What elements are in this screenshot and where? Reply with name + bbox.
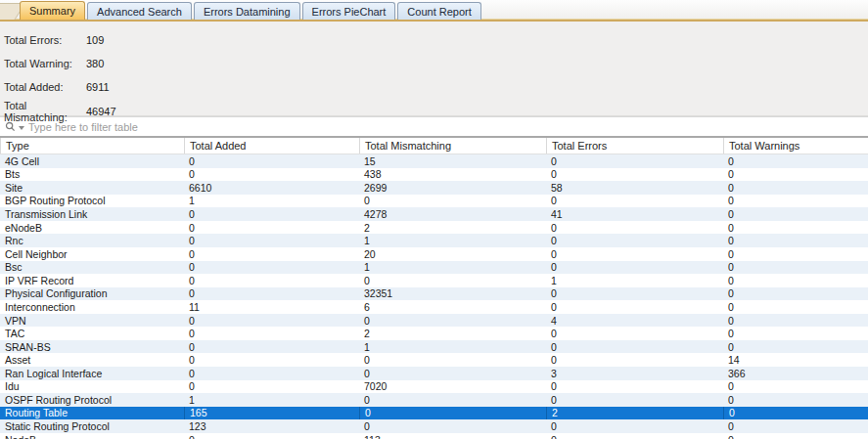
- cell-total-added: 0: [184, 433, 359, 439]
- column-header[interactable]: Total Mismatching: [359, 138, 546, 154]
- cell-total-errors: 4: [546, 314, 723, 328]
- column-header[interactable]: Total Added: [184, 138, 359, 154]
- filter-input[interactable]: [28, 119, 868, 135]
- cell-total-warnings: 0: [723, 380, 868, 394]
- tab[interactable]: Advanced Search: [87, 2, 192, 20]
- cell-total-warnings: 0: [723, 195, 868, 208]
- table-row[interactable]: Site 6610 2699 58 0: [0, 181, 868, 195]
- cell-total-mismatching: 0: [359, 367, 546, 380]
- summary-value: 380: [86, 58, 104, 69]
- cell-total-warnings: 0: [723, 419, 868, 433]
- column-header[interactable]: Type: [0, 138, 184, 154]
- tab-label: Count Report: [407, 6, 471, 18]
- table-row[interactable]: 4G Cell 0 15 0 0: [0, 154, 868, 168]
- cell-total-warnings: 0: [723, 207, 868, 221]
- tab[interactable]: Summary: [20, 1, 85, 20]
- table-row[interactable]: SRAN-BS 0 1 0 0: [0, 340, 868, 354]
- cell-total-added: 0: [184, 221, 359, 235]
- cell-total-added: 0: [184, 380, 359, 394]
- tab[interactable]: Count Report: [397, 2, 480, 20]
- table-row[interactable]: Routing Table 165 0 2 0: [0, 407, 868, 420]
- cell-total-added: 123: [184, 419, 359, 433]
- table-row[interactable]: IP VRF Record 0 0 1 0: [0, 274, 868, 287]
- cell-total-warnings: 0: [723, 314, 868, 328]
- tab-label: Summary: [29, 5, 75, 17]
- table-row[interactable]: NodeB 0 113 0 0: [0, 433, 868, 439]
- table-row[interactable]: eNodeB 0 2 0 0: [0, 221, 868, 235]
- cell-total-mismatching: 113: [359, 433, 546, 439]
- cell-total-added: 0: [184, 274, 359, 287]
- cell-total-warnings: 0: [723, 340, 868, 354]
- cell-total-mismatching: 0: [359, 314, 546, 328]
- cell-total-mismatching: 1: [359, 261, 546, 275]
- results-table: Type Total Added Total Mismatching Total…: [0, 136, 868, 420]
- cell-type: Transmission Link: [0, 207, 184, 221]
- cell-total-mismatching: 0: [359, 419, 546, 433]
- table-row[interactable]: Cell Neighbor 0 20 0 0: [0, 247, 868, 261]
- cell-type: OSPF Routing Protocol: [0, 393, 184, 407]
- table-row[interactable]: Bts 0 438 0 0: [0, 168, 868, 182]
- cell-total-mismatching: 1: [359, 234, 546, 247]
- table-row[interactable]: Rnc 0 1 0 0: [0, 234, 868, 247]
- tab-bar: Summary Advanced Search Errors Dataminin…: [0, 0, 868, 22]
- table-row[interactable]: Asset 0 0 0 14: [0, 353, 868, 367]
- table-row[interactable]: VPN 0 0 4 0: [0, 314, 868, 328]
- table-row[interactable]: TAC 0 2 0 0: [0, 327, 868, 340]
- cell-total-mismatching: 438: [359, 168, 546, 182]
- column-header[interactable]: Total Warnings: [723, 138, 868, 154]
- cell-type: SRAN-BS: [0, 340, 184, 354]
- column-header[interactable]: Total Errors: [546, 138, 723, 154]
- cell-total-errors: 0: [546, 154, 723, 168]
- cell-total-added: 0: [184, 353, 359, 367]
- table-row[interactable]: Physical Configuration 0 32351 0 0: [0, 287, 868, 301]
- cell-total-added: 0: [184, 261, 359, 275]
- table-row[interactable]: Idu 0 7020 0 0: [0, 380, 868, 394]
- cell-total-added: 0: [184, 327, 359, 340]
- table-row[interactable]: Ran Logical Interface 0 0 3 366: [0, 367, 868, 380]
- table-header-row: Type Total Added Total Mismatching Total…: [0, 136, 868, 154]
- summary-item: Total Warning: 380: [4, 52, 868, 75]
- cell-total-mismatching: 0: [359, 353, 546, 367]
- cell-total-added: 1: [184, 393, 359, 407]
- cell-total-errors: 0: [546, 393, 723, 407]
- cell-total-mismatching: 2699: [359, 181, 546, 195]
- tab[interactable]: Errors Datamining: [194, 2, 300, 20]
- filter-menu-caret-icon[interactable]: [19, 126, 24, 130]
- cell-total-errors: 0: [546, 419, 723, 433]
- tab[interactable]: Errors PieChart: [302, 2, 396, 20]
- tab-list: Summary Advanced Search Errors Dataminin…: [20, 1, 481, 20]
- cell-total-mismatching: 15: [359, 154, 546, 168]
- cell-total-warnings: 0: [723, 168, 868, 182]
- table-row[interactable]: OSPF Routing Protocol 1 0 0 0: [0, 393, 868, 407]
- cell-total-warnings: 14: [723, 353, 868, 367]
- cell-total-warnings: 0: [723, 154, 868, 168]
- cell-type: Bts: [0, 168, 184, 182]
- search-icon[interactable]: [5, 121, 16, 132]
- cell-total-added: 0: [184, 340, 359, 354]
- cell-total-errors: 0: [546, 340, 723, 354]
- cell-type: Static Routing Protocol: [0, 419, 184, 433]
- table-row[interactable]: Bsc 0 1 0 0: [0, 261, 868, 275]
- table-row[interactable]: Transmission Link 0 4278 41 0: [0, 207, 868, 221]
- table-row[interactable]: Static Routing Protocol 123 0 0 0: [0, 419, 868, 433]
- cell-total-warnings: 0: [723, 433, 868, 439]
- cell-total-errors: 0: [546, 380, 723, 394]
- cell-type: Rnc: [0, 234, 184, 247]
- cell-total-mismatching: 0: [359, 195, 546, 208]
- cell-type: BGP Routing Protocol: [0, 195, 184, 208]
- cell-total-errors: 2: [546, 407, 723, 420]
- table-row[interactable]: Interconnection 11 6 0 0: [0, 300, 868, 314]
- cell-total-errors: 0: [546, 327, 723, 340]
- summary-label: Total Warning:: [4, 58, 86, 69]
- table-row[interactable]: BGP Routing Protocol 1 0 0 0: [0, 195, 868, 208]
- cell-total-warnings: 0: [723, 181, 868, 195]
- summary-value: 109: [86, 34, 104, 46]
- cell-total-added: 1: [184, 195, 359, 208]
- cell-type: Routing Table: [0, 407, 184, 420]
- cell-total-added: 0: [184, 154, 359, 168]
- cell-type: IP VRF Record: [0, 274, 184, 287]
- cell-type: Idu: [0, 380, 184, 394]
- cell-total-mismatching: 4278: [359, 207, 546, 221]
- cell-total-mismatching: 32351: [359, 287, 546, 301]
- cell-total-errors: 1: [546, 274, 723, 287]
